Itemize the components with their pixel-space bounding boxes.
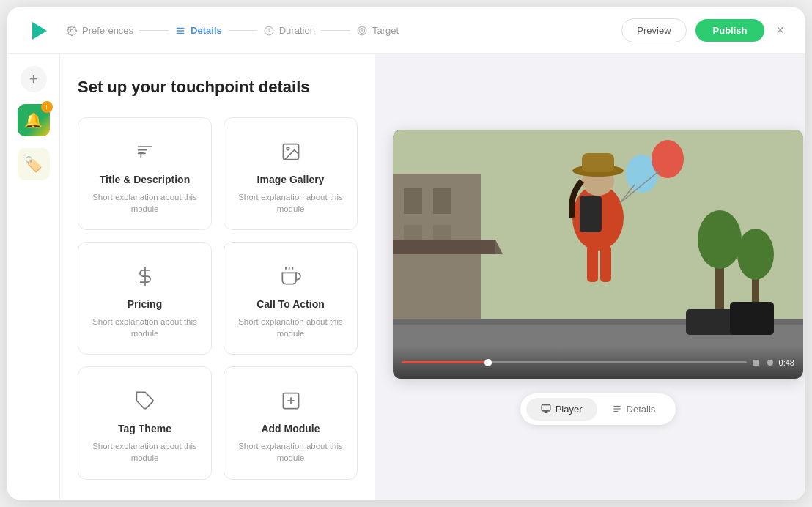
module-card-tag-theme[interactable]: Tag Theme Short explanation about this m… [78,366,212,479]
svg-rect-47 [542,405,550,411]
nav-step-target-label: Target [372,25,399,36]
svg-rect-39 [587,245,598,282]
module-desc-image-gallery: Short explanation about this module [236,191,345,215]
module-desc-tag-theme: Short explanation about this module [90,440,199,464]
svg-point-33 [737,229,774,280]
panel-title: Set up your touchpoint details [78,78,358,97]
svg-marker-0 [32,22,47,40]
clock-icon [263,25,275,37]
nav-step-duration[interactable]: Duration [263,25,315,37]
nav-step-details[interactable]: Details [174,25,222,37]
dollar-icon [132,263,158,289]
header: Preferences Details [7,7,805,54]
module-card-title-description[interactable]: T Title & Description Short explanation … [78,117,212,230]
main-content: + ! Set up your touchpoint details T [7,54,805,500]
svg-point-1 [70,29,73,32]
nav-step-target[interactable]: Target [356,25,399,37]
add-module-icon [278,388,304,414]
svg-point-8 [361,29,363,31]
svg-marker-27 [393,240,503,254]
right-panel: 0:48 Player Details [375,54,805,500]
progress-dot [484,359,492,366]
progress-bar[interactable] [402,361,747,363]
svg-text:T: T [138,150,143,160]
tag-theme-icon [132,388,158,414]
nav-step-duration-label: Duration [279,25,315,36]
left-panel: Set up your touchpoint details T Title &… [60,54,375,500]
svg-rect-38 [582,153,614,172]
title-icon: T [132,138,158,165]
tag-icon [18,148,50,180]
nav-separator-2 [228,30,257,31]
module-card-call-to-action[interactable]: Call To Action Short explanation about t… [224,242,358,355]
module-name-call-to-action: Call To Action [256,298,325,310]
sidebar: + ! [7,54,60,500]
nav-separator-3 [321,30,350,31]
sidebar-add-button[interactable]: + [21,66,47,92]
publish-button[interactable]: Publish [695,19,765,42]
svg-point-7 [359,28,364,33]
progress-fill [402,361,488,363]
module-desc-call-to-action: Short explanation about this module [236,316,345,339]
player-icon [541,404,551,414]
nav-step-preferences-label: Preferences [82,25,133,36]
svg-point-42 [652,140,684,178]
image-icon [278,138,304,165]
svg-point-11 [287,147,289,150]
module-desc-add-module: Short explanation about this module [236,440,345,464]
module-desc-title-description: Short explanation about this module [90,191,199,215]
modules-grid: T Title & Description Short explanation … [78,117,358,480]
module-name-tag-theme: Tag Theme [118,423,171,434]
svg-rect-40 [600,245,611,282]
sidebar-item-notification[interactable]: ! [18,104,50,136]
module-desc-pricing: Short explanation about this module [90,316,199,339]
module-card-add-module[interactable]: Add Module Short explanation about this … [224,366,358,479]
target-icon [356,25,368,37]
tab-player-label: Player [556,404,583,415]
module-name-pricing: Pricing [128,298,162,310]
nav-steps: Preferences Details [66,25,621,37]
gear-icon [66,25,78,37]
svg-rect-22 [404,188,422,214]
module-name-title-description: Title & Description [100,174,190,185]
module-card-pricing[interactable]: Pricing Short explanation about this mod… [78,242,212,355]
nav-step-details-label: Details [191,25,222,36]
sidebar-item-tag[interactable] [18,148,50,180]
preview-button[interactable]: Preview [621,18,686,42]
nav-separator-1 [139,30,169,31]
logo [25,18,51,44]
tab-details-label: Details [627,404,656,415]
chapter-marker-2 [767,360,773,366]
video-controls: 0:48 [393,347,803,379]
nav-step-preferences[interactable]: Preferences [66,25,133,37]
svg-point-31 [698,210,742,269]
module-card-image-gallery[interactable]: Image Gallery Short explanation about th… [224,117,358,230]
chapter-marker-1 [753,360,759,366]
svg-rect-46 [730,302,774,335]
time-display: 0:48 [779,358,794,367]
video-container[interactable]: 0:48 [393,130,803,379]
close-button[interactable]: × [773,20,787,41]
notification-badge: ! [41,101,53,113]
svg-rect-23 [433,188,451,214]
touch-icon [278,263,304,289]
app-window: Preferences Details [7,7,805,500]
svg-rect-35 [580,196,602,232]
bottom-tabs: Player Details [520,393,676,425]
tab-player[interactable]: Player [526,398,597,421]
module-name-add-module: Add Module [261,423,320,434]
module-name-image-gallery: Image Gallery [257,174,325,185]
tab-details[interactable]: Details [597,398,671,421]
video-placeholder [393,130,803,379]
header-actions: Preview Publish × [621,18,787,42]
details-icon [612,404,622,414]
list-icon [174,25,186,37]
